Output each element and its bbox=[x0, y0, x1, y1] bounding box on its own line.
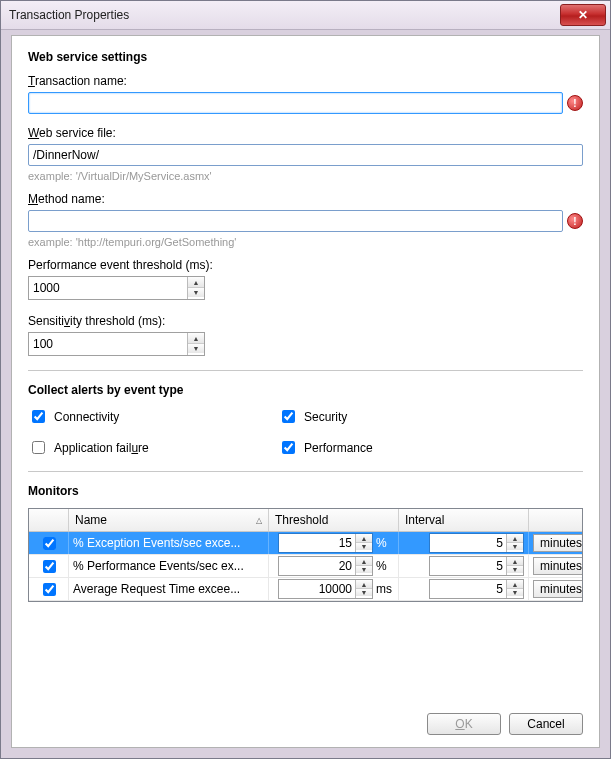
spin-down-icon[interactable]: ▼ bbox=[188, 343, 204, 353]
security-label: Security bbox=[304, 410, 347, 424]
monitors-table: Name △ Threshold Interval % Exception Ev… bbox=[28, 508, 583, 602]
spin-down-icon[interactable]: ▼ bbox=[356, 588, 372, 596]
col-interval-value[interactable]: Interval bbox=[399, 509, 529, 531]
sensitivity-threshold-label: Sensitivity threshold (ms): bbox=[28, 314, 583, 328]
spin-down-icon[interactable]: ▼ bbox=[188, 287, 204, 297]
transaction-name-input[interactable] bbox=[28, 92, 563, 114]
section-web-service-heading: Web service settings bbox=[28, 50, 583, 64]
alerts-grid: Connectivity Security Application failur… bbox=[28, 407, 583, 457]
row-interval-input[interactable] bbox=[430, 557, 506, 575]
close-button[interactable]: ✕ bbox=[560, 4, 606, 26]
cancel-button[interactable]: Cancel bbox=[509, 713, 583, 735]
spin-up-icon[interactable]: ▲ bbox=[356, 580, 372, 588]
transaction-name-label: Transaction name: bbox=[28, 74, 583, 88]
row-interval-unit-select[interactable]: minutes bbox=[533, 580, 582, 598]
row-threshold-input[interactable] bbox=[279, 580, 355, 598]
row-name: % Exception Events/sec exce... bbox=[69, 532, 269, 554]
performance-checkbox-input[interactable] bbox=[282, 441, 295, 454]
section-monitors-heading: Monitors bbox=[28, 484, 583, 498]
spin-up-icon[interactable]: ▲ bbox=[356, 534, 372, 542]
perf-threshold-input[interactable] bbox=[29, 277, 187, 299]
row-threshold-spinner[interactable]: ▲ ▼ bbox=[278, 579, 373, 599]
spin-down-icon[interactable]: ▼ bbox=[507, 542, 523, 550]
sensitivity-threshold-spinner[interactable]: ▲ ▼ bbox=[28, 332, 205, 356]
connectivity-label: Connectivity bbox=[54, 410, 119, 424]
close-icon: ✕ bbox=[578, 8, 588, 22]
col-check[interactable] bbox=[29, 509, 69, 531]
dialog-content: Web service settings Transaction name: !… bbox=[11, 35, 600, 748]
row-interval-spinner[interactable]: ▲ ▼ bbox=[429, 579, 524, 599]
web-service-file-label: Web service file: bbox=[28, 126, 583, 140]
row-interval-spinner[interactable]: ▲ ▼ bbox=[429, 556, 524, 576]
row-name: Average Request Time excee... bbox=[69, 578, 269, 600]
col-interval-unit[interactable] bbox=[529, 509, 582, 531]
app-failure-label: Application failure bbox=[54, 441, 149, 455]
row-checkbox[interactable] bbox=[43, 537, 56, 550]
security-checkbox[interactable]: Security bbox=[278, 407, 583, 426]
app-failure-checkbox[interactable]: Application failure bbox=[28, 438, 278, 457]
error-icon: ! bbox=[567, 213, 583, 229]
row-threshold-spinner[interactable]: ▲ ▼ bbox=[278, 556, 373, 576]
method-name-label: Method name: bbox=[28, 192, 583, 206]
table-row[interactable]: % Performance Events/sec ex... ▲ ▼ % bbox=[29, 555, 582, 578]
dialog-window: Transaction Properties ✕ Web service set… bbox=[0, 0, 611, 759]
row-name: % Performance Events/sec ex... bbox=[69, 555, 269, 577]
section-alerts-heading: Collect alerts by event type bbox=[28, 383, 583, 397]
dialog-footer: OK Cancel bbox=[427, 713, 583, 735]
app-failure-checkbox-input[interactable] bbox=[32, 441, 45, 454]
row-checkbox[interactable] bbox=[43, 583, 56, 596]
connectivity-checkbox[interactable]: Connectivity bbox=[28, 407, 278, 426]
row-threshold-unit: % bbox=[376, 559, 394, 573]
row-interval-input[interactable] bbox=[430, 580, 506, 598]
spin-up-icon[interactable]: ▲ bbox=[356, 557, 372, 565]
spin-up-icon[interactable]: ▲ bbox=[507, 557, 523, 565]
separator bbox=[28, 370, 583, 371]
method-name-hint: example: 'http://tempuri.org/GetSomethin… bbox=[28, 236, 583, 248]
spin-down-icon[interactable]: ▼ bbox=[356, 565, 372, 573]
row-threshold-input[interactable] bbox=[279, 557, 355, 575]
separator bbox=[28, 471, 583, 472]
row-interval-unit-select[interactable]: minutes bbox=[533, 534, 582, 552]
table-row[interactable]: % Exception Events/sec exce... ▲ ▼ % bbox=[29, 532, 582, 555]
table-row[interactable]: Average Request Time excee... ▲ ▼ ms bbox=[29, 578, 582, 601]
method-name-input[interactable] bbox=[28, 210, 563, 232]
perf-threshold-label: Performance event threshold (ms): bbox=[28, 258, 583, 272]
row-threshold-unit: ms bbox=[376, 582, 394, 596]
sensitivity-threshold-input[interactable] bbox=[29, 333, 187, 355]
row-threshold-spinner[interactable]: ▲ ▼ bbox=[278, 533, 373, 553]
col-threshold[interactable]: Threshold bbox=[269, 509, 399, 531]
perf-threshold-spinner[interactable]: ▲ ▼ bbox=[28, 276, 205, 300]
web-service-file-input[interactable] bbox=[28, 144, 583, 166]
row-threshold-input[interactable] bbox=[279, 534, 355, 552]
row-checkbox[interactable] bbox=[43, 560, 56, 573]
row-interval-input[interactable] bbox=[430, 534, 506, 552]
row-threshold-unit: % bbox=[376, 536, 394, 550]
spin-up-icon[interactable]: ▲ bbox=[188, 333, 204, 343]
ok-button[interactable]: OK bbox=[427, 713, 501, 735]
row-interval-spinner[interactable]: ▲ ▼ bbox=[429, 533, 524, 553]
titlebar: Transaction Properties ✕ bbox=[1, 1, 610, 30]
col-name[interactable]: Name △ bbox=[69, 509, 269, 531]
spin-down-icon[interactable]: ▼ bbox=[507, 565, 523, 573]
performance-checkbox[interactable]: Performance bbox=[278, 438, 583, 457]
spin-down-icon[interactable]: ▼ bbox=[507, 588, 523, 596]
web-service-file-hint: example: '/VirtualDir/MyService.asmx' bbox=[28, 170, 583, 182]
error-icon: ! bbox=[567, 95, 583, 111]
security-checkbox-input[interactable] bbox=[282, 410, 295, 423]
window-title: Transaction Properties bbox=[9, 8, 129, 22]
spin-up-icon[interactable]: ▲ bbox=[507, 580, 523, 588]
row-interval-unit-select[interactable]: minutes bbox=[533, 557, 582, 575]
monitors-header-row: Name △ Threshold Interval bbox=[29, 509, 582, 532]
sort-asc-icon: △ bbox=[256, 516, 262, 525]
performance-label: Performance bbox=[304, 441, 373, 455]
connectivity-checkbox-input[interactable] bbox=[32, 410, 45, 423]
spin-down-icon[interactable]: ▼ bbox=[356, 542, 372, 550]
spin-up-icon[interactable]: ▲ bbox=[188, 277, 204, 287]
spin-up-icon[interactable]: ▲ bbox=[507, 534, 523, 542]
